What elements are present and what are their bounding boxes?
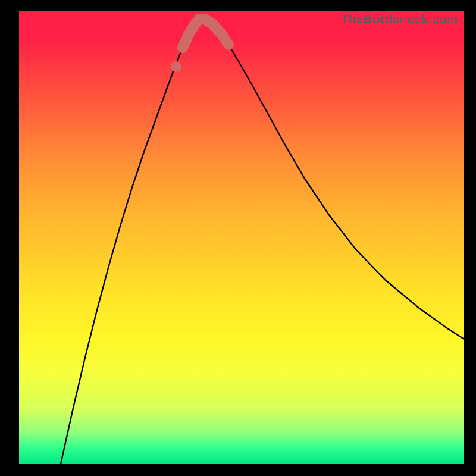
bottleneck-curve [61, 19, 464, 464]
chart-plot-area: TheBottleneck.com [19, 11, 464, 464]
highlight-segment [183, 19, 228, 48]
highlight-dot [171, 61, 181, 72]
chart-svg [19, 11, 464, 464]
